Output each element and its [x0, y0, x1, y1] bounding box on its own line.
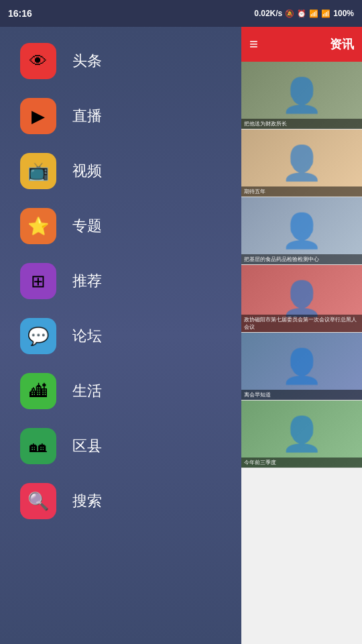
- news-overlay-text: 把基层的食品药品检验检测中心: [241, 254, 362, 264]
- sidebar: 👁头条▶直播📺视频⭐专题⊞推荐💬论坛🏙生活🏘区县🔍搜索: [0, 27, 241, 644]
- district-icon: 🏘: [20, 428, 56, 464]
- right-header: ≡ 资讯: [241, 27, 362, 62]
- live-icon: ▶: [20, 98, 56, 134]
- news-thumbnail: 👤把基层的食品药品检验检测中心: [241, 197, 362, 264]
- time-display: 16:16: [8, 8, 32, 19]
- sidebar-label-headlines: 头条: [72, 51, 102, 71]
- news-overlay-text: 政协磁阳市第七届委员会第一次会议举行总黑人会议: [241, 315, 362, 332]
- news-overlay-text: 今年前三季度: [241, 458, 362, 468]
- sidebar-label-recommend: 推荐: [72, 271, 102, 291]
- thumbnail-image: 👤: [281, 347, 322, 386]
- wifi-icon: 📶: [309, 9, 318, 18]
- news-item[interactable]: 👤今年前三季度: [241, 400, 362, 468]
- status-right: 0.02K/s 🔕 ⏰ 📶 📶 100%: [254, 9, 354, 18]
- sidebar-item-life[interactable]: 🏙生活: [0, 364, 241, 419]
- headlines-icon: 👁: [20, 43, 56, 79]
- right-panel: ≡ 资讯 👤把他送为财政所长👤期待五年👤把基层的食品药品检验检测中心👤政协磁阳市…: [241, 27, 362, 644]
- sidebar-item-district[interactable]: 🏘区县: [0, 419, 241, 474]
- sidebar-item-live[interactable]: ▶直播: [0, 89, 241, 144]
- thumbnail-image: 👤: [281, 144, 322, 182]
- sidebar-item-search[interactable]: 🔍搜索: [0, 474, 241, 529]
- search-icon: 🔍: [20, 483, 56, 519]
- thumbnail-image: 👤: [281, 76, 322, 115]
- tab-news[interactable]: 资讯: [330, 36, 354, 52]
- news-thumbnail: 👤期待五年: [241, 129, 362, 197]
- news-item[interactable]: 👤政协磁阳市第七届委员会第一次会议举行总黑人会议: [241, 265, 362, 333]
- sidebar-label-forum: 论坛: [72, 326, 102, 346]
- sidebar-label-video: 视频: [72, 161, 102, 181]
- sidebar-item-forum[interactable]: 💬论坛: [0, 309, 241, 364]
- thumbnail-image: 👤: [281, 415, 322, 453]
- thumbnail-image: 👤: [281, 211, 322, 250]
- news-thumbnail: 👤政协磁阳市第七届委员会第一次会议举行总黑人会议: [241, 265, 362, 332]
- news-thumbnail: 👤把他送为财政所长: [241, 62, 362, 129]
- sidebar-label-topics: 专题: [72, 216, 102, 236]
- network-speed: 0.02K/s: [254, 9, 282, 18]
- sidebar-label-district: 区县: [72, 436, 102, 456]
- sidebar-item-recommend[interactable]: ⊞推荐: [0, 254, 241, 309]
- sidebar-label-life: 生活: [72, 381, 102, 401]
- sidebar-label-live: 直播: [72, 106, 102, 126]
- news-item[interactable]: 👤期待五年: [241, 129, 362, 197]
- sidebar-label-search: 搜索: [72, 491, 102, 511]
- main-container: 👁头条▶直播📺视频⭐专题⊞推荐💬论坛🏙生活🏘区县🔍搜索 ≡ 资讯 👤把他送为财政…: [0, 27, 362, 644]
- sidebar-item-video[interactable]: 📺视频: [0, 144, 241, 199]
- thumbnail-image: 👤: [281, 279, 322, 318]
- sidebar-item-topics[interactable]: ⭐专题: [0, 199, 241, 254]
- status-bar: 16:16 0.02K/s 🔕 ⏰ 📶 📶 100%: [0, 0, 362, 27]
- news-list: 👤把他送为财政所长👤期待五年👤把基层的食品药品检验检测中心👤政协磁阳市第七届委员…: [241, 62, 362, 644]
- life-icon: 🏙: [20, 373, 56, 409]
- topics-icon: ⭐: [20, 208, 56, 244]
- sidebar-item-headlines[interactable]: 👁头条: [0, 34, 241, 89]
- mute-icon: 🔕: [285, 9, 294, 18]
- news-overlay-text: 离会早知道: [241, 390, 362, 400]
- news-item[interactable]: 👤把他送为财政所长: [241, 62, 362, 129]
- battery-display: 100%: [333, 9, 354, 18]
- news-overlay-text: 把他送为财政所长: [241, 119, 362, 129]
- alarm-icon: ⏰: [297, 9, 306, 18]
- news-thumbnail: 👤今年前三季度: [241, 400, 362, 468]
- forum-icon: 💬: [20, 318, 56, 354]
- news-overlay-text: 期待五年: [241, 186, 362, 197]
- recommend-icon: ⊞: [20, 263, 56, 299]
- news-item[interactable]: 👤把基层的食品药品检验检测中心: [241, 197, 362, 265]
- news-item[interactable]: 👤离会早知道: [241, 333, 362, 400]
- hamburger-icon[interactable]: ≡: [249, 36, 258, 53]
- news-thumbnail: 👤离会早知道: [241, 333, 362, 400]
- video-icon: 📺: [20, 153, 56, 189]
- signal-icon: 📶: [321, 9, 330, 18]
